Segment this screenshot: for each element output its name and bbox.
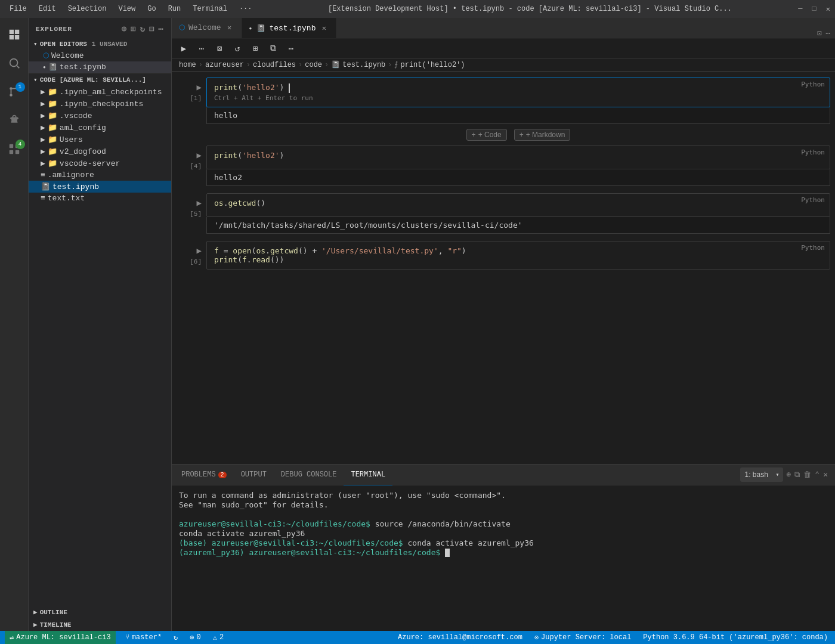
cell-run-6[interactable]: ▶ xyxy=(197,246,202,256)
new-file-icon[interactable]: ⊕ xyxy=(122,24,127,34)
section-outline[interactable]: ▶ OUTLINE xyxy=(29,606,171,618)
menu-view[interactable]: View xyxy=(113,4,140,14)
tab-terminal[interactable]: TERMINAL xyxy=(344,465,392,485)
notebook-breadcrumb-icon: 📓 xyxy=(331,60,340,69)
activity-debug[interactable] xyxy=(0,106,29,135)
tab-debug-console[interactable]: DEBUG CONSOLE xyxy=(274,465,344,485)
menu-edit[interactable]: Edit xyxy=(34,4,61,14)
close-button[interactable]: ✕ xyxy=(826,5,830,14)
collapse-icon[interactable]: ⊟ xyxy=(149,24,154,34)
cell-toolbar-delete-icon[interactable]: 🗑 xyxy=(817,72,825,72)
breadcrumb-function[interactable]: print('hello2') xyxy=(400,61,465,69)
status-sync[interactable]: ↻ xyxy=(171,631,180,644)
titlebar-title: [Extension Development Host] • test.ipyn… xyxy=(261,5,798,13)
activity-extensions[interactable]: 4 xyxy=(0,135,29,163)
menu-more[interactable]: ··· xyxy=(234,4,257,14)
menu-run[interactable]: Run xyxy=(163,4,186,14)
add-code-cell-button[interactable]: + + Code xyxy=(466,129,507,141)
cell-lang-5: Python xyxy=(801,196,825,204)
activity-source-control[interactable]: 1 xyxy=(0,78,29,106)
tab-welcome[interactable]: ⬡ Welcome ✕ xyxy=(172,18,242,38)
run-all-button[interactable]: ▶ xyxy=(177,41,191,55)
sidebar-item-vscode-server[interactable]: ▶ 📁 vscode-server xyxy=(29,157,171,169)
activity-explorer[interactable] xyxy=(0,20,29,49)
clear-outputs-button[interactable]: ⊠ xyxy=(212,41,227,55)
variable-explorer-button[interactable]: ⊞ xyxy=(248,41,262,55)
split-view-button[interactable]: ⧉ xyxy=(266,41,280,55)
delete-terminal-icon[interactable]: 🗑 xyxy=(803,470,811,479)
add-terminal-icon[interactable]: ⊕ xyxy=(787,470,791,479)
status-jupyter[interactable]: ⊙ Jupyter Server: local xyxy=(532,631,633,644)
sidebar-item-test-ipynb-editor[interactable]: ● 📓 test.ipynb xyxy=(29,61,171,73)
sidebar-item-welcome[interactable]: ⬡ Welcome xyxy=(29,50,171,61)
cell-run-5[interactable]: ▶ xyxy=(197,198,202,208)
chevron-right-icon: ▶ xyxy=(41,135,45,144)
status-errors[interactable]: ⊗ 0 xyxy=(187,631,203,644)
cell-run-4[interactable]: ▶ xyxy=(197,150,202,160)
activity-search[interactable] xyxy=(0,49,29,78)
sidebar-item-aml-config[interactable]: ▶ 📁 aml_config xyxy=(29,122,171,134)
cell-input-6[interactable]: Python f = open(os.getcwd() + '/Users/se… xyxy=(206,241,830,270)
section-open-editors[interactable]: ▾ OPEN EDITORS 1 UNSAVED xyxy=(29,38,171,50)
more-icon[interactable]: ⋯ xyxy=(159,24,164,34)
cell-input-1[interactable]: Python print('hello2') Ctrl + Alt + Ente… xyxy=(206,78,830,107)
terminal-content[interactable]: To run a command as administrator (user … xyxy=(172,485,835,631)
sidebar-item-ipynb-aml[interactable]: ▶ 📁 .ipynb_aml_checkpoints xyxy=(29,86,171,98)
split-terminal-icon[interactable]: ⧉ xyxy=(794,470,800,479)
sidebar-item-text-txt[interactable]: ≡ text.txt xyxy=(29,193,171,204)
status-branch[interactable]: ⑂ master* xyxy=(123,631,164,644)
menu-selection[interactable]: Selection xyxy=(63,4,112,14)
maximize-panel-icon[interactable]: ⌃ xyxy=(815,470,819,479)
folder-icon: 📁 xyxy=(48,147,57,156)
sidebar-item-test-ipynb[interactable]: 📓 test.ipynb xyxy=(29,181,171,193)
tab-output[interactable]: OUTPUT xyxy=(234,465,274,485)
cell-toolbar-list-icon[interactable]: ≡ xyxy=(802,72,807,72)
cell-input-4[interactable]: Python print('hello2') xyxy=(206,145,830,169)
restart-kernel-button[interactable]: ↺ xyxy=(230,41,245,55)
run-menu-button[interactable]: ⋯ xyxy=(194,41,209,55)
cell-input-5[interactable]: Python os.getcwd() xyxy=(206,193,830,217)
status-warnings[interactable]: ⚠ 2 xyxy=(211,631,226,644)
minimize-button[interactable]: ─ xyxy=(798,5,802,14)
sidebar-item-v2-dogfood[interactable]: ▶ 📁 v2_dogfood xyxy=(29,145,171,157)
maximize-button[interactable]: □ xyxy=(812,5,817,14)
sidebar-item-amlignore[interactable]: ≡ .amlignore xyxy=(29,169,171,181)
cell-gutter-1: ▶ [1] xyxy=(177,78,206,102)
breadcrumb-azureuser[interactable]: azureuser xyxy=(205,61,244,69)
status-remote[interactable]: ⇌ Azure ML: sevillal-ci3 xyxy=(5,631,116,644)
new-folder-icon[interactable]: ⊞ xyxy=(131,24,136,34)
menu-terminal[interactable]: Terminal xyxy=(188,4,232,14)
menu-file[interactable]: File xyxy=(5,4,32,14)
chevron-down-icon: ▾ xyxy=(33,40,38,48)
terminal-shell-select[interactable]: 1: bash xyxy=(740,467,783,482)
terminal-prompt-base: (base) azureuser@sevillal-ci3:~/cloudfil… xyxy=(179,538,403,547)
editor-area[interactable]: ▶ [1] ≡ ⋯ 🗑 Python print('hello2') xyxy=(172,72,835,464)
menu-go[interactable]: Go xyxy=(143,4,160,14)
tab-problems[interactable]: PROBLEMS 2 xyxy=(174,465,234,485)
more-tabs-icon[interactable]: ⋯ xyxy=(825,29,830,38)
sidebar-item-vscode[interactable]: ▶ 📁 .vscode xyxy=(29,110,171,122)
sidebar-item-users[interactable]: ▶ 📁 Users xyxy=(29,134,171,145)
breadcrumb-home[interactable]: home xyxy=(179,61,196,69)
section-timeline[interactable]: ▶ TIMELINE xyxy=(29,618,171,631)
status-python[interactable]: Python 3.6.9 64-bit ('azureml_py36': con… xyxy=(641,631,830,644)
add-markdown-cell-button[interactable]: + + Markdown xyxy=(514,129,571,141)
activity-bar: 1 4 xyxy=(0,18,29,631)
tab-close-welcome[interactable]: ✕ xyxy=(225,23,234,33)
breadcrumb-code[interactable]: code xyxy=(305,61,322,69)
status-azure-account[interactable]: Azure: sevillal@microsoft.com xyxy=(395,631,525,644)
breadcrumb-notebook[interactable]: test.ipynb xyxy=(342,61,385,69)
more-notebook-button[interactable]: ⋯ xyxy=(284,41,298,55)
sidebar-item-ipynb-checkpoints[interactable]: ▶ 📁 .ipynb_checkpoints xyxy=(29,98,171,110)
cell-toolbar-more-icon[interactable]: ⋯ xyxy=(810,72,815,72)
refresh-icon[interactable]: ↻ xyxy=(140,24,146,34)
split-editor-icon[interactable]: ⊡ xyxy=(817,29,822,38)
breadcrumb-cloudfiles[interactable]: cloudfiles xyxy=(253,61,296,69)
close-panel-icon[interactable]: ✕ xyxy=(823,470,828,479)
cell-run-1[interactable]: ▶ xyxy=(197,82,202,92)
status-right: Azure: sevillal@microsoft.com ⊙ Jupyter … xyxy=(395,631,830,644)
tab-notebook[interactable]: ● 📓 test.ipynb ✕ xyxy=(242,18,337,38)
tab-close-notebook[interactable]: ✕ xyxy=(319,23,329,33)
problems-badge: 2 xyxy=(218,472,227,478)
section-explorer[interactable]: ▾ CODE [AZURE ML: SEVILLA...] xyxy=(29,73,171,86)
